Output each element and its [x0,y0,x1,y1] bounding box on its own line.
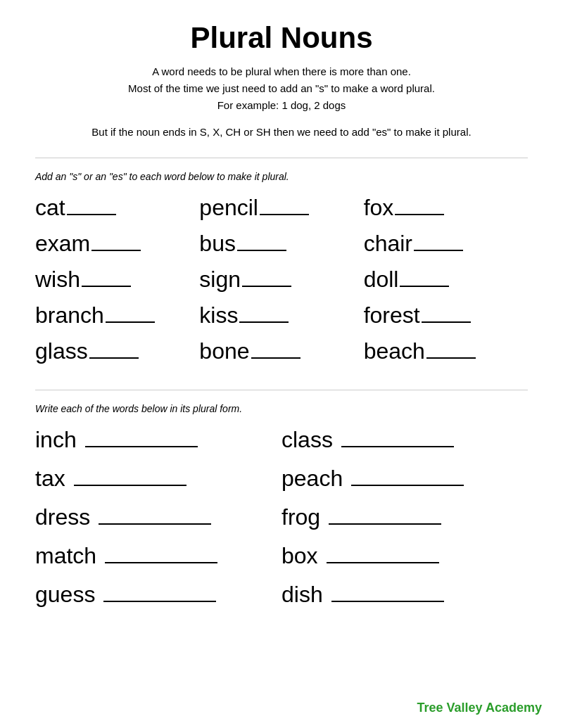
s2-word-guess: guess [35,582,95,608]
word-fox: fox [364,195,528,221]
s2-word-dress: dress [35,504,90,530]
section1-words-grid: cat pencil fox exam bus chair wish sign … [35,195,528,364]
s2-guess: guess [35,582,282,608]
blank-forest [422,320,471,323]
word-pencil: pencil [199,195,363,221]
subtitle-line-3: For example: 1 dog, 2 dogs [35,97,528,114]
watermark: Tree Valley Academy [417,701,542,715]
word-beach: beach [364,338,528,364]
s2-blank-class [341,445,454,447]
section2-instruction: Write each of the words below in its plu… [35,403,528,414]
s2-tax: tax [35,466,282,492]
word-kiss: kiss [199,302,363,328]
word-doll: doll [364,267,528,293]
word-bus: bus [199,231,363,257]
blank-sign [242,284,291,287]
s2-blank-box [327,561,439,563]
s2-peach: peach [282,466,528,492]
blank-wish [82,284,131,287]
s2-word-peach: peach [282,466,343,492]
s2-word-match: match [35,543,96,569]
s2-word-frog: frog [282,504,320,530]
s2-match: match [35,543,282,569]
s2-dish: dish [282,582,528,608]
s2-blank-inch [85,445,198,447]
s2-word-tax: tax [35,466,65,492]
blank-kiss [239,320,289,323]
subtitle-line-1: A word needs to be plural when there is … [35,63,528,80]
word-chair: chair [364,231,528,257]
blank-chair [414,248,463,251]
s2-blank-dress [99,522,211,525]
word-wish: wish [35,267,199,293]
blank-bus [237,248,286,251]
subtitle-block: A word needs to be plural when there is … [35,63,528,114]
s2-blank-match [105,561,217,563]
s2-word-class: class [282,427,333,453]
word-glass: glass [35,338,199,364]
word-sign: sign [199,267,363,293]
s2-blank-dish [331,599,444,602]
s2-word-dish: dish [282,582,323,608]
subtitle-line-2: Most of the time we just need to add an … [35,80,528,97]
section1-instruction: Add an "s" or an "es" to each word below… [35,171,528,182]
section2-words-grid: inch class tax peach dress frog match bo… [35,427,528,608]
s2-class: class [282,427,528,453]
rule-text: But if the noun ends in S, X, CH or SH t… [35,124,528,141]
page-title: Plural Nouns [35,21,528,55]
word-exam: exam [35,231,199,257]
s2-blank-guess [103,599,216,602]
blank-cat [67,212,116,215]
s2-blank-peach [351,483,464,486]
s2-word-inch: inch [35,427,77,453]
divider-2 [35,390,528,390]
blank-exam [91,248,141,251]
s2-blank-tax [74,483,186,486]
blank-bone [251,356,301,359]
s2-dress: dress [35,504,282,530]
s2-box: box [282,543,528,569]
word-forest: forest [364,302,528,328]
word-bone: bone [199,338,363,364]
blank-doll [400,284,449,287]
s2-blank-frog [329,522,441,525]
s2-word-box: box [282,543,318,569]
word-cat: cat [35,195,199,221]
blank-branch [106,320,155,323]
blank-pencil [260,212,309,215]
blank-beach [426,356,476,359]
s2-inch: inch [35,427,282,453]
blank-glass [89,356,139,359]
word-branch: branch [35,302,199,328]
divider-1 [35,158,528,158]
blank-fox [395,212,444,215]
s2-frog: frog [282,504,528,530]
